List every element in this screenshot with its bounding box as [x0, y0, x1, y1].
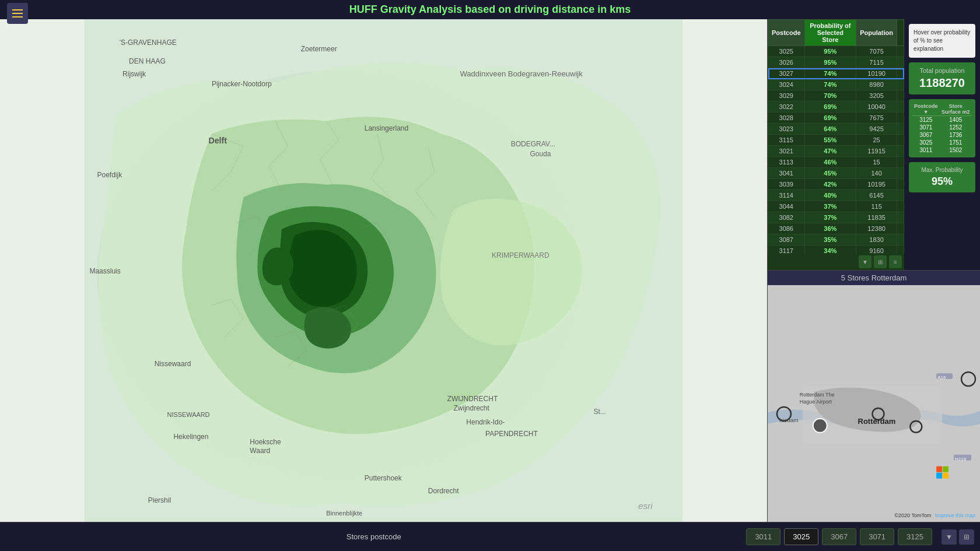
cell-spacer [897, 157, 904, 168]
svg-text:NISSEWAARD: NISSEWAARD [167, 411, 210, 418]
cell-spacer [897, 179, 904, 190]
svg-rect-40 [936, 466, 942, 472]
store-surface-row: 3067 1736 [912, 131, 972, 139]
table-row[interactable]: 3115 55% 25 [768, 135, 904, 146]
hover-card: Hover over probability of % to see expla… [909, 24, 975, 58]
table-row[interactable]: 3021 47% 11915 [768, 146, 904, 157]
hamburger-line3 [12, 16, 23, 17]
svg-text:Waddinxveen Bodegraven-Reeuwij: Waddinxveen Bodegraven-Reeuwijk [460, 69, 583, 78]
table-row[interactable]: 3025 95% 7075 [768, 46, 904, 57]
table-row[interactable]: 3082 37% 11835 [768, 212, 904, 223]
export-icon[interactable]: ⊞ [874, 255, 887, 268]
max-prob-value: 95% [914, 176, 971, 188]
table-row[interactable]: 3029 70% 3205 [768, 90, 904, 101]
bottom-right-section: 5 Stores Rotterdam [768, 270, 980, 522]
hamburger-button[interactable] [7, 3, 28, 24]
cell-spacer [897, 57, 904, 68]
cell-spacer [897, 212, 904, 223]
svg-text:Zwijndrecht: Zwijndrecht [454, 404, 490, 412]
app-header: HUFF Gravity Analysis based on driving d… [0, 0, 980, 19]
cell-postcode: 3023 [768, 124, 805, 135]
settings-icon[interactable]: ≡ [889, 255, 902, 268]
tomtom-credit: ©2020 TomTom Improve this map [894, 513, 975, 518]
svg-text:Dordrecht: Dordrecht [428, 487, 459, 495]
table-row[interactable]: 3087 35% 1830 [768, 234, 904, 245]
store-postcode-col: Postcode▼ [912, 103, 940, 116]
table-row[interactable]: 3027 74% 10190 [768, 68, 904, 79]
cell-spacer [897, 223, 904, 234]
info-cards: Hover over probability of % to see expla… [904, 19, 980, 270]
cell-probability: 55% [804, 135, 856, 146]
cell-postcode: 3086 [768, 223, 805, 234]
cell-spacer [897, 90, 904, 101]
postcode-tab-3125[interactable]: 3125 [898, 528, 932, 545]
mini-map[interactable]: Rotterdam hiedam Rotterdam The Hague Air… [768, 285, 980, 522]
table-row[interactable]: 3022 69% 10040 [768, 101, 904, 113]
cell-spacer [897, 135, 904, 146]
table-row[interactable]: 3028 69% 7675 [768, 113, 904, 124]
mini-map-title: 5 Stores Rotterdam [768, 271, 980, 285]
cell-spacer [897, 234, 904, 245]
col-population[interactable]: Population [856, 20, 897, 46]
table-row[interactable]: 3024 74% 8980 [768, 79, 904, 90]
main-content: 'S-GRAVENHAGE DEN HAAG Rijswijk Pijnacke… [0, 19, 980, 522]
cell-spacer [897, 245, 904, 254]
cell-population: 11835 [856, 212, 897, 223]
svg-text:Pijnacker-Nootdorp: Pijnacker-Nootdorp [212, 80, 272, 88]
cell-probability: 37% [804, 212, 856, 223]
grid-bottom-icon[interactable]: ⊞ [959, 529, 974, 545]
cell-postcode: 3021 [768, 146, 805, 157]
improve-map-link[interactable]: Improve this map [935, 513, 975, 518]
table-row[interactable]: 3023 64% 9425 [768, 124, 904, 135]
postcode-tab-3011[interactable]: 3011 [746, 528, 780, 545]
postcode-tabs: 30113025306730713125 [746, 528, 932, 545]
cell-probability: 74% [804, 68, 856, 79]
cell-postcode: 3041 [768, 168, 805, 179]
postcode-tab-3025[interactable]: 3025 [784, 528, 818, 545]
svg-text:Rijswijk: Rijswijk [123, 70, 146, 78]
cell-postcode: 3022 [768, 101, 805, 113]
cell-probability: 35% [804, 234, 856, 245]
table-row[interactable]: 3026 95% 7115 [768, 57, 904, 68]
top-right-section: Postcode Probability of Selected Store P… [768, 19, 980, 270]
ss-postcode: 3011 [912, 146, 940, 154]
col-postcode[interactable]: Postcode [768, 20, 805, 46]
table-row[interactable]: 3086 36% 12380 [768, 223, 904, 234]
svg-text:Rotterdam The: Rotterdam The [800, 392, 835, 398]
table-row[interactable]: 3041 45% 140 [768, 168, 904, 179]
postcode-tab-3067[interactable]: 3067 [822, 528, 856, 545]
cell-population: 8980 [856, 79, 897, 90]
filter-icon[interactable]: ▼ [859, 255, 872, 268]
cell-probability: 40% [804, 190, 856, 201]
cell-spacer [897, 124, 904, 135]
svg-text:Maassluis: Maassluis [89, 267, 120, 275]
table-row[interactable]: 3117 34% 9160 [768, 245, 904, 254]
ss-surface: 1252 [940, 124, 972, 131]
postcode-tab-3071[interactable]: 3071 [860, 528, 894, 545]
store-surface-row: 3011 1502 [912, 146, 972, 154]
store-surface-row: 3071 1252 [912, 124, 972, 131]
data-table-container: Postcode Probability of Selected Store P… [768, 19, 904, 270]
table-row[interactable]: 3039 42% 10195 [768, 179, 904, 190]
table-row[interactable]: 3114 40% 6145 [768, 190, 904, 201]
svg-text:Nissewaard: Nissewaard [155, 360, 191, 368]
cell-population: 10040 [856, 101, 897, 113]
cell-probability: 70% [804, 90, 856, 101]
ss-surface: 1751 [940, 139, 972, 146]
cell-population: 15 [856, 157, 897, 168]
main-map[interactable]: 'S-GRAVENHAGE DEN HAAG Rijswijk Pijnacke… [0, 19, 767, 522]
cell-probability: 74% [804, 79, 856, 90]
cell-probability: 47% [804, 146, 856, 157]
svg-text:KRIMPERWAARD: KRIMPERWAARD [492, 251, 550, 259]
cell-postcode: 3117 [768, 245, 805, 254]
table-row[interactable]: 3044 37% 115 [768, 201, 904, 212]
postcode-table: Postcode Probability of Selected Store P… [768, 19, 904, 254]
svg-text:Zoetermeer: Zoetermeer [301, 45, 337, 53]
table-scroll[interactable]: Postcode Probability of Selected Store P… [768, 19, 904, 254]
ss-postcode: 3125 [912, 116, 940, 124]
col-probability[interactable]: Probability of Selected Store [804, 20, 856, 46]
cell-postcode: 3114 [768, 190, 805, 201]
table-row[interactable]: 3113 46% 15 [768, 157, 904, 168]
filter-bottom-icon[interactable]: ▼ [942, 529, 957, 545]
cell-spacer [897, 68, 904, 79]
